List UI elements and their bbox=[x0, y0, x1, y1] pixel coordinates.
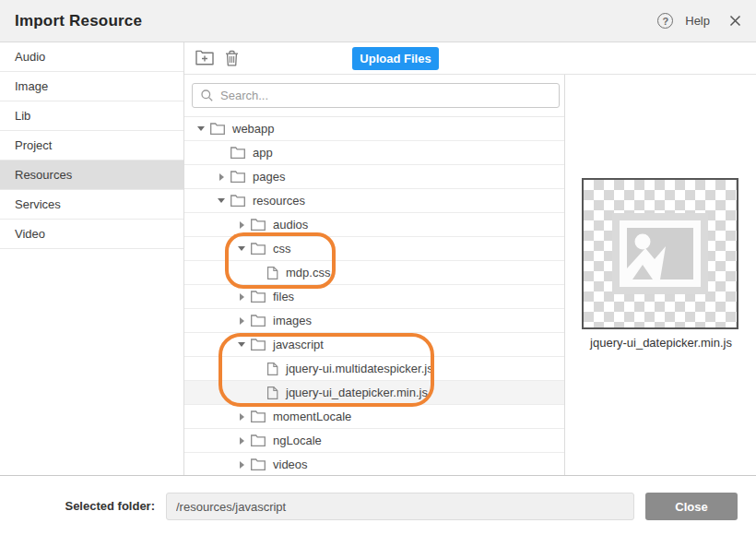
sidebar-item-label: Audio bbox=[15, 50, 45, 64]
folder-icon bbox=[251, 219, 266, 231]
preview-caption: jquery-ui_datepicker.min.js bbox=[566, 336, 756, 350]
selected-folder-input[interactable] bbox=[166, 493, 634, 520]
dialog-header: Import Resource ? Help bbox=[0, 0, 756, 42]
caret-collapsed-icon[interactable] bbox=[214, 170, 229, 184]
folder-icon bbox=[251, 339, 266, 351]
trash-icon[interactable] bbox=[225, 50, 239, 66]
tree-row-label: images bbox=[273, 314, 312, 327]
folder-icon bbox=[251, 291, 266, 303]
folder-icon bbox=[251, 434, 266, 446]
sidebar-item-label: Image bbox=[15, 79, 48, 93]
tree-row-label: css bbox=[273, 242, 291, 256]
sidebar-item-project[interactable]: Project bbox=[0, 131, 183, 160]
caret-expanded-icon[interactable] bbox=[214, 194, 229, 208]
folder-icon bbox=[251, 458, 266, 470]
caret-expanded-icon[interactable] bbox=[234, 242, 249, 256]
folder-icon bbox=[230, 195, 245, 207]
upload-files-button[interactable]: Upload Files bbox=[352, 47, 439, 70]
tree-row[interactable]: pages bbox=[184, 165, 564, 189]
preview-thumbnail bbox=[582, 178, 738, 329]
sidebar-item-lib[interactable]: Lib bbox=[0, 101, 183, 131]
sidebar-item-label: Lib bbox=[15, 109, 30, 123]
tree-row-label: audios bbox=[273, 218, 308, 232]
caret-collapsed-icon[interactable] bbox=[234, 218, 249, 232]
tree-row[interactable]: images bbox=[184, 309, 564, 333]
folder-icon bbox=[230, 171, 245, 183]
tree-row[interactable]: css bbox=[184, 237, 564, 261]
folder-icon bbox=[251, 243, 266, 255]
tree-row[interactable]: javascript bbox=[184, 333, 564, 357]
tree-row-label: jquery-ui.multidatespicker.js bbox=[286, 362, 433, 375]
folder-icon bbox=[251, 315, 266, 327]
file-tree: webapp app pages resources audios css bbox=[184, 116, 564, 477]
caret-collapsed-icon[interactable] bbox=[234, 434, 249, 448]
sidebar-item-video[interactable]: Video bbox=[0, 220, 183, 249]
tree-row-label: videos bbox=[273, 458, 308, 471]
tree-row[interactable]: app bbox=[184, 141, 564, 165]
tree-row[interactable]: mdp.css bbox=[184, 261, 564, 285]
dialog-title: Import Resource bbox=[15, 12, 142, 30]
folder-icon bbox=[251, 410, 266, 422]
help-link[interactable]: Help bbox=[685, 14, 710, 28]
sidebar-item-label: Video bbox=[15, 227, 45, 241]
selected-folder-label: Selected folder: bbox=[0, 499, 155, 513]
sidebar-item-image[interactable]: Image bbox=[0, 72, 183, 101]
dialog-footer: Selected folder: Close bbox=[0, 475, 756, 535]
tree-row-label: mdp.css bbox=[286, 266, 330, 279]
tree-row-label: resources bbox=[253, 194, 305, 208]
sidebar-item-resources[interactable]: Resources bbox=[0, 160, 183, 190]
import-resource-dialog: Import Resource ? Help Audio Image Lib P… bbox=[0, 0, 756, 535]
sidebar: Audio Image Lib Project Resources Servic… bbox=[0, 42, 184, 475]
tree-row-label: ngLocale bbox=[273, 434, 322, 447]
sidebar-item-label: Services bbox=[15, 197, 61, 211]
caret-icon bbox=[214, 146, 229, 160]
caret-collapsed-icon[interactable] bbox=[234, 314, 249, 328]
tree-row[interactable]: files bbox=[184, 285, 564, 309]
image-placeholder-icon bbox=[612, 213, 708, 294]
tree-row-label: javascript bbox=[273, 338, 324, 351]
sidebar-item-audio[interactable]: Audio bbox=[0, 42, 183, 72]
sidebar-item-services[interactable]: Services bbox=[0, 190, 183, 220]
file-icon bbox=[267, 363, 278, 375]
folder-icon bbox=[210, 123, 225, 135]
tree-row[interactable]: resources bbox=[184, 189, 564, 213]
toolbar: Upload Files bbox=[184, 42, 756, 75]
help-icon[interactable]: ? bbox=[657, 13, 673, 29]
tree-row[interactable]: audios bbox=[184, 213, 564, 237]
tree-row[interactable]: jquery-ui_datepicker.min.js bbox=[184, 381, 564, 405]
tree-row[interactable]: ngLocale bbox=[184, 429, 564, 453]
file-icon bbox=[267, 386, 278, 399]
close-button[interactable]: Close bbox=[645, 493, 738, 520]
caret-collapsed-icon[interactable] bbox=[234, 458, 249, 472]
close-icon[interactable] bbox=[729, 15, 741, 27]
tree-row-label: momentLocale bbox=[273, 410, 351, 423]
tree-row[interactable]: videos bbox=[184, 453, 564, 477]
tree-row[interactable]: momentLocale bbox=[184, 405, 564, 429]
new-folder-icon[interactable] bbox=[195, 50, 214, 65]
caret-collapsed-icon[interactable] bbox=[234, 410, 249, 424]
sidebar-item-label: Resources bbox=[15, 168, 72, 182]
caret-expanded-icon[interactable] bbox=[194, 122, 208, 137]
tree-panel: webapp app pages resources audios css bbox=[184, 75, 565, 475]
preview-panel: jquery-ui_datepicker.min.js bbox=[566, 75, 756, 475]
file-icon bbox=[267, 267, 278, 279]
sidebar-item-label: Project bbox=[15, 138, 52, 152]
tree-row-label: pages bbox=[253, 170, 285, 184]
tree-row[interactable]: jquery-ui.multidatespicker.js bbox=[184, 357, 564, 381]
caret-collapsed-icon[interactable] bbox=[234, 290, 249, 304]
search-input[interactable] bbox=[192, 83, 560, 108]
tree-row-label: files bbox=[273, 290, 294, 303]
tree-row-label: jquery-ui_datepicker.min.js bbox=[286, 386, 428, 399]
folder-icon bbox=[230, 147, 245, 159]
tree-row-label: webapp bbox=[232, 122, 275, 136]
caret-expanded-icon[interactable] bbox=[234, 338, 249, 352]
tree-row[interactable]: webapp bbox=[184, 117, 564, 141]
tree-row-label: app bbox=[253, 146, 273, 160]
